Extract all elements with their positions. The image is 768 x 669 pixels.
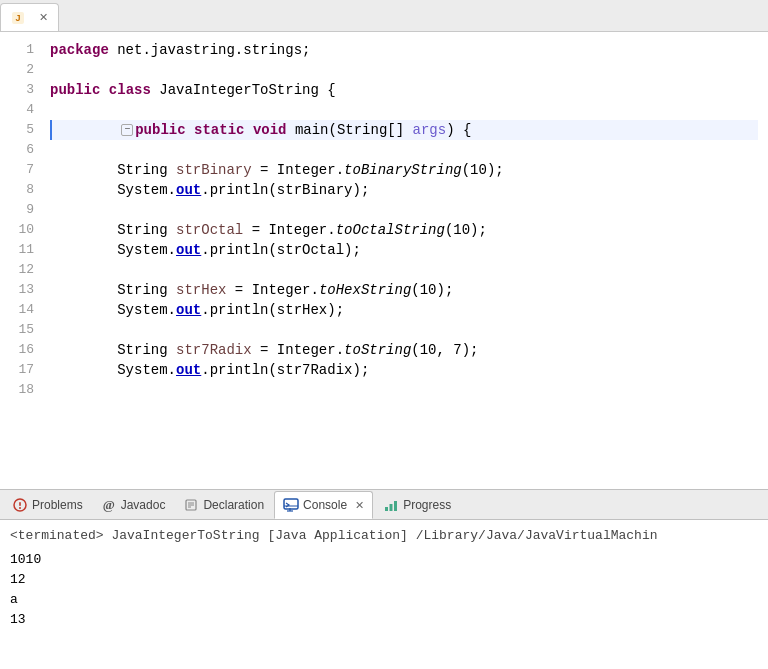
- code-line: package net.javastring.strings;: [50, 40, 758, 60]
- console-terminated-line: <terminated> JavaIntegerToString [Java A…: [10, 526, 758, 546]
- token-kw: static: [194, 120, 244, 140]
- token-plain: .println(strOctal);: [201, 240, 361, 260]
- token-plain: .println(strBinary);: [201, 180, 369, 200]
- svg-rect-14: [390, 504, 393, 511]
- token-var: str7Radix: [176, 340, 252, 360]
- token-plain: [100, 80, 108, 100]
- token-kw: class: [109, 80, 151, 100]
- code-line: System.out.println(strBinary);: [50, 180, 758, 200]
- line-number: 10: [6, 220, 34, 240]
- console-output-line: a: [10, 590, 758, 610]
- line-number: 2: [6, 60, 34, 80]
- code-content[interactable]: package net.javastring.strings;public cl…: [40, 32, 768, 489]
- code-line: String strOctal = Integer.toOctalString(…: [50, 220, 758, 240]
- token-var: strHex: [176, 280, 226, 300]
- console-output-line: 1010: [10, 550, 758, 570]
- progress-tab-label: Progress: [403, 498, 451, 512]
- token-plain: System.: [50, 240, 176, 260]
- token-plain: (10, 7);: [411, 340, 478, 360]
- token-plain: [244, 120, 252, 140]
- token-kw: public: [135, 120, 185, 140]
- code-line: [50, 60, 758, 80]
- token-plain: String: [50, 160, 176, 180]
- bottom-tab-progress[interactable]: Progress: [375, 491, 459, 519]
- token-field: out: [176, 240, 201, 260]
- declaration-tab-icon: [183, 497, 199, 513]
- token-plain: System.: [50, 360, 176, 380]
- line-number: 12: [6, 260, 34, 280]
- token-plain: main(String[]: [286, 120, 412, 140]
- bottom-tab-javadoc[interactable]: @Javadoc: [93, 491, 174, 519]
- line-number: 4: [6, 100, 34, 120]
- line-number: 17: [6, 360, 34, 380]
- code-line: System.out.println(str7Radix);: [50, 360, 758, 380]
- line-number: 11: [6, 240, 34, 260]
- line-number: 8: [6, 180, 34, 200]
- token-kw: void: [253, 120, 287, 140]
- code-area[interactable]: 123456789101112131415161718 package net.…: [0, 32, 768, 489]
- token-plain: System.: [50, 180, 176, 200]
- line-number: 7: [6, 160, 34, 180]
- token-field: out: [176, 300, 201, 320]
- tab-close-icon[interactable]: ✕: [39, 11, 48, 24]
- token-method: toOctalString: [336, 220, 445, 240]
- console-close-icon[interactable]: ✕: [355, 499, 364, 512]
- svg-point-3: [19, 507, 21, 509]
- token-field: out: [176, 360, 201, 380]
- token-plain: String: [50, 340, 176, 360]
- line-number: 16: [6, 340, 34, 360]
- bottom-tab-console[interactable]: Console✕: [274, 491, 373, 519]
- token-plain: ) {: [446, 120, 471, 140]
- editor-tab[interactable]: J ✕: [0, 3, 59, 31]
- token-plain: String: [50, 280, 176, 300]
- line-indent: [54, 120, 121, 140]
- console-output-line: 12: [10, 570, 758, 590]
- line-number: 9: [6, 200, 34, 220]
- code-line: String strBinary = Integer.toBinaryStrin…: [50, 160, 758, 180]
- bottom-tab-declaration[interactable]: Declaration: [175, 491, 272, 519]
- svg-rect-13: [385, 507, 388, 511]
- token-var: strBinary: [176, 160, 252, 180]
- line-number: 14: [6, 300, 34, 320]
- editor-container: J ✕ 123456789101112131415161718 package …: [0, 0, 768, 669]
- line-number: 6: [6, 140, 34, 160]
- svg-rect-15: [394, 501, 397, 511]
- token-kw: public: [50, 80, 100, 100]
- line-numbers: 123456789101112131415161718: [0, 32, 40, 489]
- console-tab-icon: [283, 497, 299, 513]
- token-method: toHexString: [319, 280, 411, 300]
- console-tab-label: Console: [303, 498, 347, 512]
- code-line: [50, 100, 758, 120]
- collapse-button[interactable]: −: [121, 124, 133, 136]
- console-output: <terminated> JavaIntegerToString [Java A…: [0, 520, 768, 669]
- token-plain: System.: [50, 300, 176, 320]
- token-kw: package: [50, 40, 109, 60]
- bottom-tab-problems[interactable]: Problems: [4, 491, 91, 519]
- line-number: 5: [6, 120, 34, 140]
- token-plain: .println(strHex);: [201, 300, 344, 320]
- token-method: toString: [344, 340, 411, 360]
- svg-text:J: J: [15, 13, 20, 23]
- progress-tab-icon: [383, 497, 399, 513]
- token-plain: = Integer.: [243, 220, 335, 240]
- tab-bar: J ✕: [0, 0, 768, 32]
- problems-tab-icon: [12, 497, 28, 513]
- token-plain: [186, 120, 194, 140]
- token-plain: String: [50, 220, 176, 240]
- token-plain: = Integer.: [252, 160, 344, 180]
- line-number: 13: [6, 280, 34, 300]
- code-line: String str7Radix = Integer.toString(10, …: [50, 340, 758, 360]
- token-plain: (10);: [462, 160, 504, 180]
- bottom-tabs: Problems@JavadocDeclarationConsole✕Progr…: [0, 490, 768, 520]
- code-line: public class JavaIntegerToString {: [50, 80, 758, 100]
- token-plain: net.javastring.strings;: [109, 40, 311, 60]
- token-plain: (10);: [445, 220, 487, 240]
- token-param: args: [413, 120, 447, 140]
- line-number: 1: [6, 40, 34, 60]
- code-line: − public static void main(String[] args)…: [50, 120, 758, 140]
- token-plain: JavaIntegerToString {: [151, 80, 336, 100]
- token-method: toBinaryString: [344, 160, 462, 180]
- javadoc-tab-icon: @: [101, 497, 117, 513]
- line-number: 15: [6, 320, 34, 340]
- token-plain: = Integer.: [226, 280, 318, 300]
